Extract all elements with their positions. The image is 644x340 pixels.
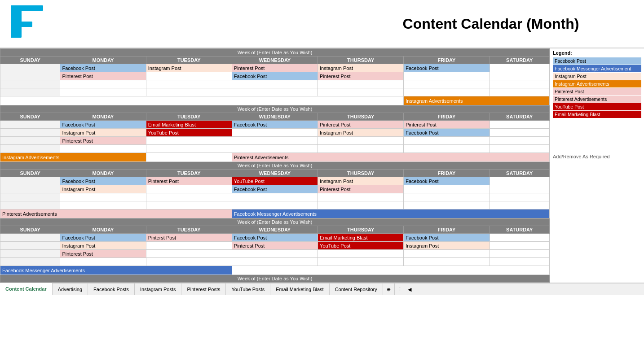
- list-item[interactable]: Facebook Post: [60, 121, 146, 129]
- list-item[interactable]: Facebook Post: [404, 129, 490, 137]
- list-item[interactable]: Facebook Post: [232, 121, 318, 129]
- legend-item-pinterest-ad: Pinterest Advertisements: [553, 96, 641, 103]
- list-item[interactable]: YouTube Post: [318, 242, 404, 250]
- table-row: Pinterest Post: [0, 137, 550, 145]
- tab-youtube-posts[interactable]: YouTube Posts: [226, 283, 270, 295]
- tab-facebook-posts[interactable]: Facebook Posts: [88, 283, 135, 295]
- list-item[interactable]: YouTube Post: [232, 177, 318, 185]
- day-header-4: SUNDAY MONDAY TUESDAY WEDNESDAY THURSDAY…: [0, 226, 550, 234]
- list-item[interactable]: Instagram Post: [60, 242, 146, 250]
- table-row: [0, 88, 550, 96]
- list-item[interactable]: Instagram Post: [318, 64, 404, 72]
- table-row: [0, 258, 550, 266]
- table-row: Facebook Post Instagram Post Pinterest P…: [0, 64, 550, 72]
- pinterest-ad-banner-3[interactable]: Pinterest Advertisements: [0, 209, 232, 218]
- list-item[interactable]: Instagram Post: [60, 129, 146, 137]
- legend-item-pinterest-post: Pinterest Post: [553, 88, 641, 95]
- week-header-3: Week of (Enter Date as You Wish): [0, 162, 550, 170]
- legend-item-fb-post: Facebook Post: [553, 57, 641, 65]
- legend-item-ig-post: Instagram Post: [553, 73, 641, 80]
- list-item[interactable]: Instagram Post: [60, 185, 146, 193]
- table-row: Instagram Post YouTube Post Instagram Po…: [0, 129, 550, 137]
- table-row: [0, 193, 550, 201]
- tab-email-marketing[interactable]: Email Marketing Blast: [270, 283, 329, 295]
- list-item[interactable]: Pinterst Post: [146, 234, 232, 242]
- legend-panel: Legend: Facebook Post Facebook Messenger…: [550, 48, 644, 283]
- list-item[interactable]: Pinterest Post: [318, 121, 404, 129]
- week-header-2: Week of (Enter Date as You Wish): [0, 105, 550, 113]
- list-item[interactable]: Pinterest Post: [146, 177, 232, 185]
- list-item[interactable]: Pinterest Post: [318, 185, 404, 193]
- list-item[interactable]: Pinterest Post: [60, 137, 146, 145]
- list-item[interactable]: Instagram Post: [318, 129, 404, 137]
- ad-row-2: Instagram Advertisements Pinterest Adver…: [0, 153, 550, 162]
- page-header: Content Calendar (Month): [0, 0, 644, 48]
- tab-instagram-posts[interactable]: Instagram Posts: [135, 283, 181, 295]
- tab-pinterest-posts[interactable]: Pinterest Posts: [181, 283, 226, 295]
- legend-item-fb-messenger: Facebook Messenger Advertisement: [553, 65, 641, 72]
- table-row: [0, 201, 550, 209]
- table-row: Pinterest Post: [0, 250, 550, 258]
- week-header-4: Week of (Enter Date as You Wish): [0, 218, 550, 226]
- list-item[interactable]: Pinterest Post: [60, 72, 146, 80]
- list-item[interactable]: Facebook Post: [60, 234, 146, 242]
- list-item[interactable]: Pinterest Post: [404, 121, 490, 129]
- list-item[interactable]: Facebook Post: [232, 185, 318, 193]
- list-item[interactable]: Facebook Post: [60, 177, 146, 185]
- ad-row-3: Pinterest Advertisements Facebook Messen…: [0, 209, 550, 218]
- logo: [9, 4, 49, 44]
- table-row: Pinterest Post Facebook Post Pinterest P…: [0, 72, 550, 80]
- list-item[interactable]: Pinterest Post: [232, 242, 318, 250]
- list-item[interactable]: Facebook Post: [232, 72, 318, 80]
- week-header-5: Week of (Enter Date as You Wish): [0, 275, 550, 283]
- list-item[interactable]: Instagram Post: [318, 177, 404, 185]
- tab-scroll-arrows[interactable]: ◀: [405, 285, 414, 294]
- list-item[interactable]: Email Marketing Blast: [318, 234, 404, 242]
- tab-content-repository[interactable]: Content Repository: [330, 283, 383, 295]
- fb-messenger-ad-banner-3[interactable]: Facebook Messenger Advertisements: [232, 209, 549, 218]
- table-row: Instagram Post Pinterest Post YouTube Po…: [0, 242, 550, 250]
- legend-item-ig-ad: Instagram Advertisements: [553, 80, 641, 87]
- calendar-area: Week of (Enter Date as You Wish) SUNDAY …: [0, 48, 550, 283]
- main-content: Week of (Enter Date as You Wish) SUNDAY …: [0, 48, 644, 283]
- day-header-1: SUNDAY MONDAY TUESDAY WEDNESDAY THURSDAY…: [0, 57, 550, 64]
- table-row: Instagram Post Facebook Post Pinterest P…: [0, 185, 550, 193]
- calendar-table: Week of (Enter Date as You Wish) SUNDAY …: [0, 48, 550, 283]
- legend-item-email: Email Marketing Blast: [553, 111, 641, 118]
- svg-rect-2: [11, 22, 32, 27]
- table-row: Facebook Post Pinterst Post Facebook Pos…: [0, 234, 550, 242]
- list-item[interactable]: Facebook Post: [60, 64, 146, 72]
- list-item[interactable]: Facebook Post: [404, 177, 490, 185]
- week-header-1: Week of (Enter Date as You Wish): [0, 49, 550, 57]
- list-item[interactable]: Email Marketing Blast: [146, 121, 232, 129]
- ig-ad-banner[interactable]: Instagram Advertisements: [404, 96, 550, 105]
- legend-title: Legend:: [553, 50, 641, 56]
- page-title: Content Calendar (Month): [347, 16, 635, 32]
- ad-row-1: Instagram Advertisements: [0, 96, 550, 105]
- list-item[interactable]: Facebook Post: [404, 64, 490, 72]
- list-item[interactable]: Pinterest Post: [232, 64, 318, 72]
- ig-ad-banner-2[interactable]: Instagram Advertisements: [0, 153, 146, 162]
- table-row: [0, 145, 550, 153]
- tabs-bar: Content Calendar Advertising Facebook Po…: [0, 283, 644, 295]
- tab-scroll-right[interactable]: ⋮: [395, 285, 405, 294]
- table-row: [0, 80, 550, 88]
- fb-messenger-ad-banner-4[interactable]: Facebook Messenger Advertisements: [0, 266, 232, 275]
- list-item[interactable]: Facebook Post: [232, 234, 318, 242]
- day-header-2: SUNDAY MONDAY TUESDAY WEDNESDAY THURSDAY…: [0, 113, 550, 121]
- table-row: Facebook Post Pinterest Post YouTube Pos…: [0, 177, 550, 185]
- list-item[interactable]: Pinterest Post: [318, 72, 404, 80]
- tab-advertising[interactable]: Advertising: [53, 283, 88, 295]
- list-item[interactable]: Instagram Post: [146, 64, 232, 72]
- table-row: Facebook Post Email Marketing Blast Face…: [0, 121, 550, 129]
- list-item[interactable]: Facebook Post: [404, 234, 490, 242]
- list-item[interactable]: Instagram Post: [404, 242, 490, 250]
- list-item[interactable]: Pinterest Post: [60, 250, 146, 258]
- tab-add-button[interactable]: ⊕: [383, 283, 395, 295]
- ad-row-4: Facebook Messenger Advertisements: [0, 266, 550, 275]
- list-item[interactable]: YouTube Post: [146, 129, 232, 137]
- tab-content-calendar[interactable]: Content Calendar: [0, 283, 53, 295]
- legend-note: Add/Remove As Required: [553, 154, 641, 159]
- pinterest-ad-banner-2[interactable]: Pinterest Advertisements: [232, 153, 549, 162]
- day-header-3: SUNDAY MONDAY TUESDAY WEDNESDAY THURSDAY…: [0, 170, 550, 177]
